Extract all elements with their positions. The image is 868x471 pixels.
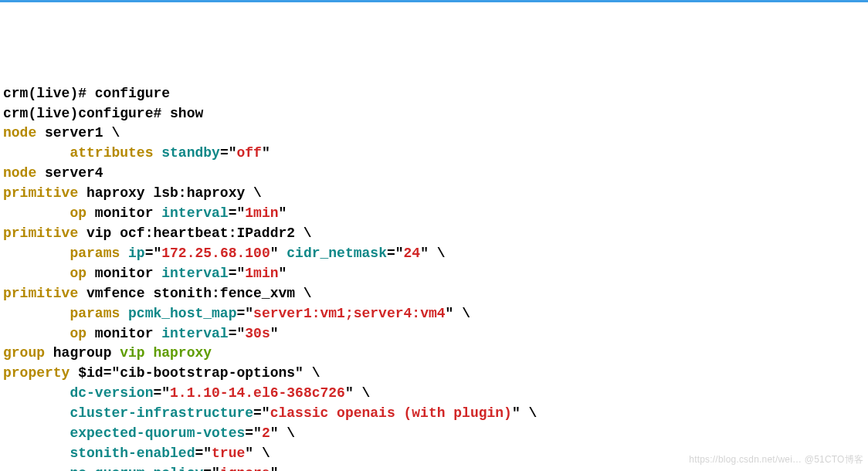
terminal-token: ="	[229, 326, 246, 341]
terminal-token: primitive	[3, 185, 78, 201]
terminal-token: ="	[229, 266, 246, 281]
terminal-token: "	[270, 466, 279, 471]
terminal-token	[3, 306, 70, 321]
terminal-token: op	[70, 266, 86, 281]
terminal-token: 1min	[245, 266, 278, 281]
terminal-token: monitor	[86, 205, 161, 221]
terminal-token: primitive	[3, 225, 78, 241]
terminal-line: property $id="cib-bootstrap-options" \	[3, 364, 865, 384]
terminal-token	[3, 266, 70, 281]
terminal-token: crm(live)# configure	[3, 86, 170, 101]
terminal-token: classic openais (with plugin)	[270, 405, 512, 421]
terminal-token: " \	[345, 385, 370, 401]
terminal-token: ="	[236, 306, 253, 321]
terminal-token: server1 \	[36, 125, 120, 141]
terminal-token: haproxy lsb:haproxy \	[78, 185, 262, 201]
terminal-token: server4	[36, 165, 103, 181]
terminal-token	[153, 145, 161, 161]
terminal-token: primitive	[3, 286, 78, 301]
terminal-line: group hagroup vip haproxy	[3, 344, 865, 364]
terminal-token: "	[270, 326, 279, 341]
terminal-token: " \	[512, 405, 537, 421]
terminal-token: 24	[404, 246, 421, 261]
terminal-token: ="	[195, 446, 212, 461]
terminal-token: cidr_netmask	[287, 246, 387, 261]
terminal-token	[145, 345, 154, 361]
terminal-token: cluster-infrastructure	[70, 405, 253, 421]
terminal-token: interval	[161, 205, 228, 221]
terminal-token: interval	[161, 266, 228, 281]
terminal-line: primitive haproxy lsb:haproxy \	[3, 184, 865, 204]
terminal-line: op monitor interval="30s"	[3, 324, 865, 344]
terminal-line: op monitor interval="1min"	[3, 264, 865, 284]
terminal-token: " \	[270, 425, 295, 441]
terminal-token: op	[70, 326, 86, 341]
terminal-token: property	[3, 365, 70, 381]
terminal-token	[120, 246, 128, 261]
watermark-text: https://blog.csdn.net/wei… @51CTO博客	[689, 453, 863, 466]
terminal-token: op	[70, 205, 86, 221]
terminal-token: standby	[161, 145, 220, 161]
terminal-token: " \	[420, 246, 445, 261]
terminal-token: ="	[387, 246, 404, 261]
terminal-line: params pcmk_host_map="server1:vm1;server…	[3, 304, 865, 324]
terminal-token: 1min	[245, 205, 278, 221]
terminal-token: off	[237, 145, 262, 161]
terminal-token: monitor	[86, 266, 161, 281]
terminal-line: node server4	[3, 164, 865, 184]
terminal-token: vmfence stonith:fence_xvm \	[78, 286, 311, 301]
terminal-token: interval	[161, 326, 228, 341]
terminal-token	[3, 326, 70, 341]
terminal-token: no-quorum-policy	[70, 466, 203, 471]
terminal-token: ="	[253, 405, 270, 421]
terminal-token: $id="cib-bootstrap-options" \	[70, 365, 320, 381]
terminal-token	[3, 446, 70, 461]
terminal-token: 1.1.10-14.el6-368c726	[170, 385, 345, 401]
terminal-token: hagroup	[45, 345, 120, 361]
terminal-token: ="	[145, 246, 162, 261]
terminal-line: primitive vip ocf:heartbeat:IPaddr2 \	[3, 224, 865, 244]
terminal-token: "	[279, 205, 287, 221]
terminal-line: primitive vmfence stonith:fence_xvm \	[3, 284, 865, 304]
terminal-token: " \	[245, 446, 270, 461]
terminal-output[interactable]: crm(live)# configurecrm(live)configure# …	[3, 84, 865, 471]
terminal-token: 30s	[245, 326, 270, 341]
terminal-token: ="	[229, 205, 246, 221]
terminal-token: 172.25.68.100	[161, 246, 270, 261]
terminal-token: pcmk_host_map	[128, 306, 236, 321]
terminal-token: group	[3, 345, 45, 361]
terminal-token: "	[270, 246, 287, 261]
terminal-token: params	[70, 246, 120, 261]
terminal-token: ip	[128, 246, 145, 261]
terminal-token	[3, 466, 70, 471]
terminal-token: node	[3, 125, 36, 141]
terminal-token: monitor	[86, 326, 161, 341]
terminal-line: cluster-infrastructure="classic openais …	[3, 404, 865, 424]
terminal-token: stonith-enabled	[70, 446, 195, 461]
terminal-token: expected-quorum-votes	[70, 425, 245, 441]
terminal-token	[3, 246, 70, 261]
terminal-token	[3, 405, 70, 421]
terminal-token: ="	[220, 145, 237, 161]
terminal-line: crm(live)# configure	[3, 84, 865, 104]
terminal-token: "	[279, 266, 287, 281]
terminal-token	[3, 205, 70, 221]
terminal-token: vip ocf:heartbeat:IPaddr2 \	[78, 225, 311, 241]
terminal-line: node server1 \	[3, 124, 865, 144]
terminal-token: ="	[245, 425, 262, 441]
terminal-token: ="	[203, 466, 220, 471]
terminal-line: crm(live)configure# show	[3, 104, 865, 124]
terminal-token: server1:vm1;server4:vm4	[253, 306, 445, 321]
terminal-token: "	[262, 145, 270, 161]
terminal-token: node	[3, 165, 36, 181]
terminal-line: expected-quorum-votes="2" \	[3, 424, 865, 444]
terminal-token	[120, 306, 128, 321]
terminal-line: params ip="172.25.68.100" cidr_netmask="…	[3, 244, 865, 264]
terminal-token: crm(live)configure# show	[3, 106, 203, 121]
terminal-line: attributes standby="off"	[3, 144, 865, 164]
terminal-token: vip	[120, 345, 144, 361]
terminal-token	[3, 145, 70, 161]
terminal-token: attributes	[70, 145, 153, 161]
terminal-token: params	[70, 306, 120, 321]
terminal-token: haproxy	[153, 345, 212, 361]
